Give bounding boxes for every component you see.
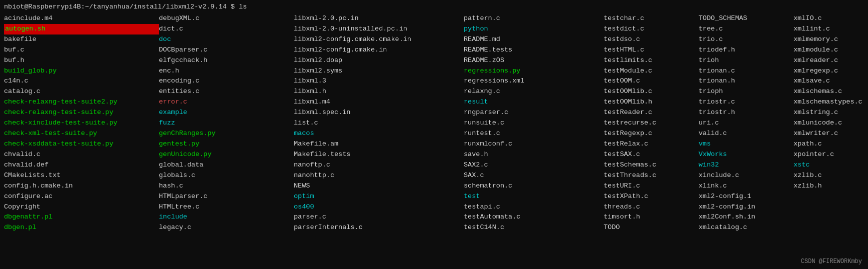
file-entry: chvalid.c	[4, 150, 159, 160]
file-entry: SAX2.c	[464, 160, 604, 170]
file-grid: acinclude.m4autogen.shbakefilebuf.cbuf.h…	[4, 14, 864, 233]
file-entry: xpointer.c	[794, 150, 868, 160]
file-entry: xpath.c	[794, 139, 868, 150]
file-entry: nanoftp.c	[294, 160, 464, 170]
file-entry: legacy.c	[159, 222, 294, 233]
file-entry: list.c	[294, 118, 464, 128]
file-entry: xmlschemastypes.c	[794, 97, 868, 108]
file-entry: TODO_SCHEMAS	[699, 14, 794, 24]
file-entry: rngparser.c	[464, 108, 604, 118]
file-entry: trionan.h	[699, 76, 794, 86]
file-entry: libxml2-config.cmake.in	[294, 45, 464, 56]
file-entry: runsuite.c	[464, 118, 604, 128]
file-entry: triodef.h	[699, 45, 794, 56]
file-entry: Makefile.tests	[294, 150, 464, 160]
file-entry: README.tests	[464, 45, 604, 56]
file-entry: test	[464, 192, 604, 202]
file-entry: xmlwriter.c	[794, 128, 868, 139]
file-entry: include	[159, 212, 294, 222]
file-entry: runtest.c	[464, 128, 604, 139]
file-entry: xmlIO.c	[794, 14, 868, 24]
file-entry: testReader.c	[604, 108, 699, 118]
file-entry: libxml.3	[294, 76, 464, 86]
file-entry: testOOMlib.c	[604, 86, 699, 97]
file-entry: genUnicode.py	[159, 150, 294, 160]
file-entry: check-xinclude-test-suite.py	[4, 118, 159, 128]
file-column-4: testchar.ctestdict.ctestdso.ctestHTML.ct…	[604, 14, 699, 233]
terminal-header: nbiot@Raspberrypi4B:~/tanyanhua/install/…	[4, 2, 864, 12]
file-entry: HTMLparser.c	[159, 192, 294, 202]
file-entry: xmllint.c	[794, 24, 868, 34]
file-entry: doc	[159, 34, 294, 45]
file-entry: testlimits.c	[604, 56, 699, 66]
file-entry: trioh	[699, 56, 794, 66]
file-entry: xmlmemory.c	[794, 34, 868, 45]
file-entry: triostr.h	[699, 108, 794, 118]
file-entry: testapi.c	[464, 202, 604, 212]
file-entry: xmlschemas.c	[794, 86, 868, 97]
file-entry: libxml-2.0.pc.in	[294, 14, 464, 24]
file-entry: chvalid.def	[4, 160, 159, 170]
file-entry: libxml2-config.cmake.cmake.in	[294, 34, 464, 45]
file-entry: testThreads.c	[604, 170, 699, 181]
file-entry: SAX.c	[464, 170, 604, 181]
file-entry: libxml2.doap	[294, 56, 464, 66]
file-entry: acinclude.m4	[4, 14, 159, 24]
terminal: nbiot@Raspberrypi4B:~/tanyanhua/install/…	[0, 0, 868, 235]
file-entry: pattern.c	[464, 14, 604, 24]
file-column-6: xmlIO.cxmllint.cxmlmemory.cxmlmodule.cxm…	[794, 14, 868, 233]
file-entry: enc.h	[159, 66, 294, 76]
file-entry: testHTML.c	[604, 45, 699, 56]
file-entry: trionan.c	[699, 66, 794, 76]
file-entry: schematron.c	[464, 181, 604, 192]
file-entry: config.h.cmake.in	[4, 181, 159, 192]
file-entry: buf.h	[4, 56, 159, 66]
file-column-3: pattern.cpythonREADME.mdREADME.testsREAD…	[464, 14, 604, 233]
file-entry: testrecurse.c	[604, 118, 699, 128]
file-entry: testOOMlib.h	[604, 97, 699, 108]
file-entry: save.h	[464, 150, 604, 160]
file-entry: testModule.c	[604, 66, 699, 76]
file-entry: python	[464, 24, 604, 34]
watermark: CSDN @FIREWORKmby	[801, 258, 862, 265]
file-entry: NEWS	[294, 181, 464, 192]
file-entry: xmlunicode.c	[794, 118, 868, 128]
file-entry: autogen.sh	[4, 24, 159, 34]
file-entry: gentest.py	[159, 139, 294, 150]
file-entry: Copyright	[4, 202, 159, 212]
file-entry: configure.ac	[4, 192, 159, 202]
file-entry: optim	[294, 192, 464, 202]
file-entry: dbgen.pl	[4, 222, 159, 233]
file-column-1: debugXML.cdict.cdocDOCBparser.celfgcchac…	[159, 14, 294, 233]
file-entry: relaxng.c	[464, 86, 604, 97]
file-entry: xinclude.c	[699, 170, 794, 181]
file-entry: globals.c	[159, 170, 294, 181]
file-entry: testRelax.c	[604, 139, 699, 150]
file-entry: xmlstring.c	[794, 108, 868, 118]
file-entry: genChRanges.py	[159, 128, 294, 139]
file-entry: xstc	[794, 160, 868, 170]
file-entry: xzlib.c	[794, 170, 868, 181]
file-entry: error.c	[159, 97, 294, 108]
file-entry: README.zOS	[464, 56, 604, 66]
file-entry: libxml.spec.in	[294, 108, 464, 118]
file-entry: testURI.c	[604, 181, 699, 192]
file-entry: fuzz	[159, 118, 294, 128]
file-entry: uri.c	[699, 118, 794, 128]
file-entry: dbgenattr.pl	[4, 212, 159, 222]
file-entry: regressions.py	[464, 66, 604, 76]
file-entry: xml2Conf.sh.in	[699, 212, 794, 222]
file-entry: hash.c	[159, 181, 294, 192]
file-entry: xzlib.h	[794, 181, 868, 192]
file-entry: libxml2.syms	[294, 66, 464, 76]
file-entry: nanohttp.c	[294, 170, 464, 181]
file-entry: runxmlconf.c	[464, 139, 604, 150]
file-entry: testOOM.c	[604, 76, 699, 86]
file-entry: threads.c	[604, 202, 699, 212]
file-entry: testSAX.c	[604, 150, 699, 160]
file-entry: check-xsddata-test-suite.py	[4, 139, 159, 150]
file-entry: debugXML.c	[159, 14, 294, 24]
file-entry: xml2-config.in	[699, 202, 794, 212]
file-entry: testC14N.c	[464, 222, 604, 233]
file-entry: example	[159, 108, 294, 118]
